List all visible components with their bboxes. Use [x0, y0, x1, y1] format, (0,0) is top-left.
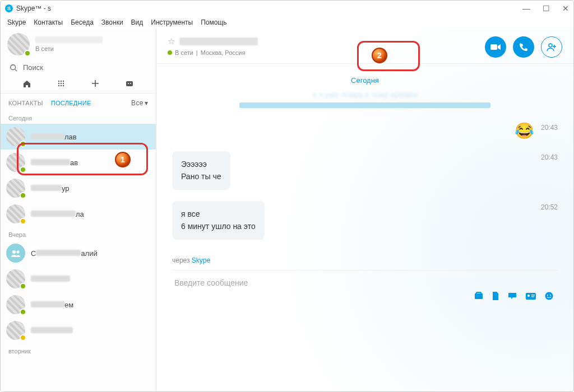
avatar — [6, 295, 25, 314]
chevron-down-icon: ▾ — [145, 99, 148, 107]
new-button[interactable] — [90, 80, 101, 88]
chat-status-text: В сети — [175, 49, 193, 56]
menu-view[interactable]: Вид — [131, 18, 144, 26]
svg-point-24 — [527, 295, 530, 297]
chat-contact-name[interactable] — [179, 38, 258, 45]
my-profile[interactable]: В сети — [1, 29, 156, 60]
video-call-button[interactable] — [485, 36, 506, 58]
status-online-icon — [20, 192, 26, 199]
favorite-star-icon[interactable]: ☆ — [168, 36, 175, 46]
contacts-list[interactable]: Сегодня лав ав ур ла Вчера Салий — [1, 110, 156, 392]
dialpad-button[interactable] — [55, 80, 67, 88]
message-bubble: я все 6 минут ушло на это — [172, 201, 265, 240]
avatar — [6, 179, 25, 198]
status-online-icon — [20, 283, 26, 290]
avatar — [6, 153, 25, 172]
add-people-button[interactable] — [541, 36, 562, 58]
contact-item[interactable]: ем — [1, 292, 156, 318]
status-away-icon — [20, 218, 26, 225]
loading-bar — [239, 102, 490, 108]
svg-rect-13 — [126, 81, 133, 86]
send-file-icon[interactable] — [474, 292, 483, 302]
status-online-icon — [20, 166, 26, 173]
svg-point-19 — [549, 44, 552, 47]
search-input[interactable]: Поиск — [1, 60, 156, 75]
group-avatar-icon — [6, 244, 25, 263]
sidebar: В сети Поиск КОНТАКТЫ ПОСЛЕДНИЕ Все▾ Сег… — [1, 29, 156, 392]
avatar — [6, 127, 25, 146]
contact-item[interactable] — [1, 266, 156, 292]
contact-item[interactable]: Салий — [1, 240, 156, 266]
svg-point-0 — [11, 64, 16, 69]
maximize-button[interactable]: ☐ — [543, 4, 550, 13]
emoji-message: 😂 — [515, 122, 534, 140]
menu-conversation[interactable]: Беседа — [71, 18, 94, 26]
status-online-icon — [20, 309, 26, 315]
chat-pane: ☆ В сети | Москва, Россия — [156, 29, 573, 392]
status-online-icon — [168, 50, 172, 55]
search-icon — [10, 64, 17, 72]
avatar — [6, 204, 25, 223]
menu-calls[interactable]: Звонки — [101, 18, 123, 26]
filter-dropdown[interactable]: Все▾ — [131, 99, 148, 107]
window-titlebar: S Skype™ - s — ☐ ✕ — [1, 1, 573, 16]
tab-contacts[interactable]: КОНТАКТЫ — [8, 100, 43, 106]
section-tuesday: вторник — [1, 343, 156, 357]
audio-call-button[interactable] — [513, 36, 534, 58]
svg-line-1 — [15, 69, 17, 71]
svg-point-14 — [128, 83, 129, 84]
skype-link[interactable]: Skype — [192, 256, 210, 264]
message-input[interactable]: Введите сообщение — [174, 278, 556, 287]
avatar — [6, 321, 25, 340]
chat-messages[interactable]: Сегодня а я уже помру к тому времен 😂 20… — [156, 64, 573, 392]
contact-item[interactable] — [1, 318, 156, 343]
svg-point-9 — [61, 85, 62, 86]
avatar — [7, 33, 30, 55]
search-placeholder: Поиск — [23, 63, 43, 72]
svg-rect-18 — [490, 44, 497, 50]
contact-item[interactable]: ур — [1, 175, 156, 201]
status-away-icon — [20, 334, 26, 341]
menu-tools[interactable]: Инструменты — [151, 18, 193, 26]
send-contact-icon[interactable] — [526, 292, 536, 302]
contact-item[interactable]: ла — [1, 201, 156, 227]
svg-point-17 — [17, 251, 20, 254]
message-time: 20:43 — [541, 122, 558, 140]
send-video-msg-icon[interactable] — [508, 292, 517, 302]
svg-rect-22 — [475, 293, 483, 299]
faded-message: а я уже помру к тому времен — [172, 90, 558, 99]
my-name — [35, 36, 103, 43]
contact-item[interactable]: ав — [1, 150, 156, 175]
svg-point-3 — [61, 81, 62, 82]
svg-point-10 — [63, 85, 64, 86]
contact-item[interactable]: лав — [1, 124, 156, 150]
svg-point-2 — [58, 81, 59, 82]
message-time: 20:43 — [541, 151, 558, 190]
close-button[interactable]: ✕ — [562, 4, 569, 13]
bot-button[interactable] — [124, 80, 135, 88]
my-status-text: В сети — [35, 45, 103, 52]
menu-help[interactable]: Помощь — [201, 18, 226, 26]
menu-contacts[interactable]: Контакты — [34, 18, 63, 26]
window-title: Skype™ - s — [16, 4, 51, 12]
menu-skype[interactable]: Skype — [7, 18, 26, 26]
tab-recent[interactable]: ПОСЛЕДНИЕ — [51, 100, 91, 106]
home-button[interactable] — [21, 80, 33, 88]
section-today: Сегодня — [1, 110, 156, 124]
svg-point-8 — [58, 85, 59, 86]
avatar — [6, 269, 25, 288]
svg-point-27 — [545, 292, 553, 300]
day-separator: Сегодня — [172, 76, 558, 85]
minimize-button[interactable]: — — [522, 4, 530, 13]
svg-point-28 — [547, 295, 548, 296]
emoji-picker-icon[interactable] — [545, 292, 553, 302]
svg-rect-26 — [531, 296, 534, 297]
status-online-icon — [24, 50, 31, 57]
message-time: 20:52 — [541, 201, 558, 240]
svg-point-6 — [61, 83, 62, 84]
menu-bar: Skype Контакты Беседа Звонки Вид Инструм… — [1, 16, 573, 29]
send-document-icon[interactable] — [492, 292, 499, 302]
svg-point-15 — [130, 83, 131, 84]
chat-location: Москва, Россия — [201, 49, 246, 56]
svg-rect-23 — [526, 293, 536, 300]
